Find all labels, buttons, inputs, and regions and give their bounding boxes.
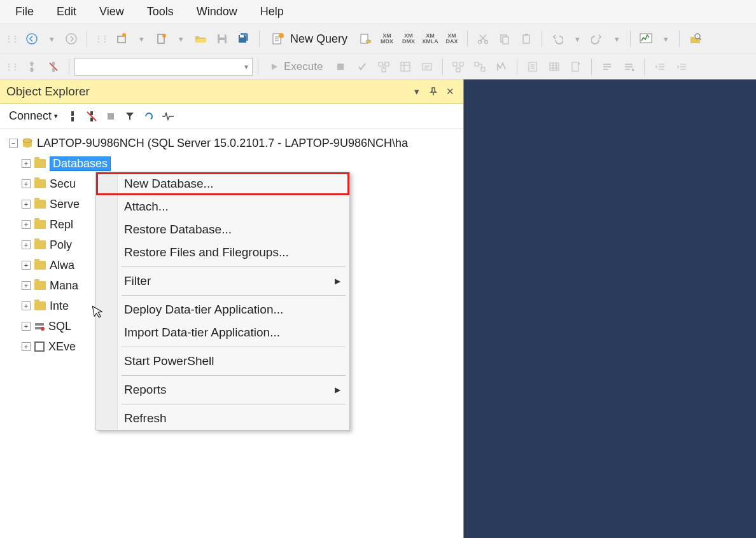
results-to-file-button[interactable] <box>566 57 586 77</box>
copy-button[interactable] <box>494 29 515 49</box>
menu-restore-files[interactable]: Restore Files and Filegroups... <box>96 241 349 264</box>
disconnect-server-button[interactable] <box>83 108 100 125</box>
uncomment-button[interactable] <box>619 57 639 77</box>
results-to-grid-button[interactable] <box>544 57 564 77</box>
find-button[interactable] <box>685 29 705 49</box>
svg-rect-40 <box>71 111 74 116</box>
separator <box>258 59 258 75</box>
estimated-plan-button[interactable] <box>374 57 394 77</box>
client-stats-button[interactable] <box>491 57 512 77</box>
sql-editor-toolbar: ⋮⋮ ▾ Execute <box>0 53 756 79</box>
menu-start-powershell-label: Start PowerShell <box>124 354 214 368</box>
change-connection-button[interactable] <box>22 57 42 77</box>
expand-icon[interactable]: + <box>22 281 31 290</box>
menu-file[interactable]: File <box>4 1 45 22</box>
panel-close-button[interactable]: ✕ <box>443 85 457 99</box>
svg-rect-30 <box>401 62 410 71</box>
menu-reports[interactable]: Reports ▶ <box>96 378 349 401</box>
increase-indent-button[interactable] <box>671 57 692 77</box>
menu-tools[interactable]: Tools <box>136 1 185 22</box>
nav-back-dropdown[interactable]: ▾ <box>43 31 60 47</box>
new-item-dropdown[interactable]: ▾ <box>172 31 189 47</box>
panel-dropdown-button[interactable]: ▾ <box>410 85 424 99</box>
svg-rect-39 <box>572 62 578 71</box>
redo-button[interactable] <box>587 29 607 49</box>
cut-button[interactable] <box>473 29 493 49</box>
stop-button-oe[interactable] <box>102 108 119 125</box>
results-to-text-button[interactable] <box>522 57 543 77</box>
svg-rect-42 <box>90 111 93 115</box>
expand-icon[interactable]: + <box>22 342 31 351</box>
menu-new-database[interactable]: New Database... <box>96 172 349 195</box>
expand-icon[interactable]: + <box>22 220 31 229</box>
expand-icon[interactable]: + <box>22 159 31 168</box>
undo-dropdown[interactable]: ▾ <box>569 31 585 47</box>
tree-node-databases[interactable]: + Databases <box>22 153 463 174</box>
menu-import-data-tier[interactable]: Import Data-tier Application... <box>96 321 349 344</box>
svg-rect-8 <box>240 35 244 38</box>
parse-button[interactable] <box>352 57 372 77</box>
menu-restore-files-label: Restore Files and Filegroups... <box>124 245 289 259</box>
expand-icon[interactable]: + <box>22 240 31 249</box>
activity-monitor-button[interactable] <box>636 29 656 49</box>
database-engine-query-button[interactable] <box>355 29 375 49</box>
refresh-button[interactable] <box>141 108 157 125</box>
save-button[interactable] <box>212 29 232 49</box>
collapse-icon[interactable]: − <box>9 139 18 148</box>
new-query-button[interactable]: New Query <box>265 29 354 48</box>
expand-icon[interactable]: + <box>22 322 31 331</box>
tree-node-server[interactable]: − LAPTOP-9U986NCH (SQL Server 15.0.2101.… <box>4 133 463 153</box>
menu-window[interactable]: Window <box>185 1 249 22</box>
menu-edit[interactable]: Edit <box>45 1 88 22</box>
intellisense-button[interactable] <box>417 57 437 77</box>
new-project-dropdown[interactable]: ▾ <box>133 31 150 47</box>
menu-view[interactable]: View <box>88 1 136 22</box>
stop-button[interactable] <box>330 57 351 77</box>
redo-dropdown[interactable]: ▾ <box>608 31 625 47</box>
expand-icon[interactable]: + <box>22 200 31 209</box>
live-stats-button[interactable] <box>470 57 490 77</box>
paste-button[interactable] <box>516 29 536 49</box>
folder-icon <box>34 159 46 168</box>
dmx-query-button[interactable]: XMDMX <box>398 29 419 49</box>
menu-deploy-data-tier[interactable]: Deploy Data-tier Application... <box>96 298 349 321</box>
activity-button[interactable] <box>160 108 176 125</box>
connect-button[interactable]: Connect ▾ <box>5 107 62 125</box>
expand-icon[interactable]: + <box>22 261 31 270</box>
mdx-query-button[interactable]: XMMDX <box>377 29 397 49</box>
available-databases-combo[interactable]: ▾ <box>74 58 253 76</box>
save-all-button[interactable] <box>234 29 254 49</box>
menu-refresh-label: Refresh <box>124 411 167 425</box>
open-file-button[interactable] <box>190 29 211 49</box>
svg-rect-25 <box>52 68 55 72</box>
menu-start-powershell[interactable]: Start PowerShell <box>96 350 349 373</box>
decrease-indent-button[interactable] <box>650 57 670 77</box>
menu-restore-database[interactable]: Restore Database... <box>96 218 349 241</box>
panel-pin-button[interactable] <box>426 85 440 99</box>
menu-attach[interactable]: Attach... <box>96 195 349 218</box>
actual-plan-button[interactable] <box>448 57 468 77</box>
filter-button[interactable] <box>122 108 138 125</box>
connect-server-button[interactable] <box>64 108 81 125</box>
menu-help[interactable]: Help <box>249 1 295 22</box>
databases-context-menu: New Database... Attach... Restore Databa… <box>95 172 350 431</box>
new-item-button[interactable] <box>151 29 171 49</box>
menu-refresh[interactable]: Refresh <box>96 407 349 430</box>
expand-icon[interactable]: + <box>22 179 31 188</box>
expand-icon[interactable]: + <box>22 301 31 310</box>
new-project-button[interactable] <box>111 29 132 49</box>
execute-button[interactable]: Execute <box>263 59 329 75</box>
separator <box>259 31 260 47</box>
nav-back-button[interactable] <box>22 29 42 49</box>
xmla-query-button[interactable]: XMXMLA <box>420 29 440 49</box>
activity-dropdown[interactable]: ▾ <box>657 31 674 47</box>
disconnect-button[interactable] <box>43 57 64 77</box>
menu-separator <box>122 295 346 296</box>
query-options-button[interactable] <box>395 57 416 77</box>
undo-button[interactable] <box>547 29 568 49</box>
dax-query-button[interactable]: XMDAX <box>442 29 462 49</box>
nav-forward-button[interactable] <box>61 29 81 49</box>
svg-rect-2 <box>118 36 125 43</box>
comment-button[interactable] <box>597 57 617 77</box>
menu-filter[interactable]: Filter ▶ <box>96 270 349 293</box>
